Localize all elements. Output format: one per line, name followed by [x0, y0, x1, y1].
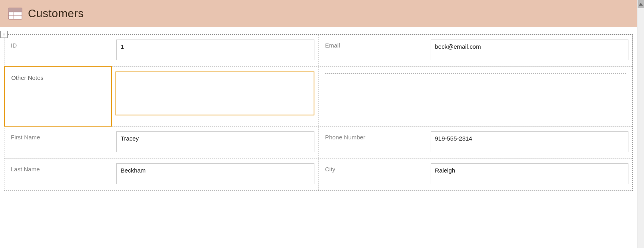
main-content: + ID Email Other N [0, 27, 637, 248]
other-notes-half: Other Notes [4, 67, 318, 126]
email-input[interactable] [431, 40, 629, 60]
record-container: + ID Email Other N [4, 34, 633, 191]
scrollbar[interactable] [637, 0, 644, 248]
city-label: City [319, 159, 427, 190]
phone-value-container [427, 127, 633, 158]
id-input[interactable] [116, 40, 314, 60]
id-value-container [112, 35, 318, 66]
email-label: Email [319, 35, 427, 66]
email-value-container [427, 35, 633, 66]
phone-label: Phone Number [319, 127, 427, 158]
scrollbar-track[interactable] [638, 8, 644, 248]
lastname-input[interactable] [116, 163, 314, 184]
firstname-input[interactable] [116, 131, 314, 152]
other-notes-input[interactable] [115, 71, 314, 115]
form-row-lastname-city: Last Name City [4, 159, 632, 190]
notes-right-dashed-area [325, 73, 626, 74]
firstname-half: First Name [4, 127, 318, 158]
id-half: ID [4, 35, 318, 66]
page-title: Customers [28, 7, 84, 20]
firstname-label: First Name [4, 127, 112, 158]
table-icon [8, 8, 22, 20]
app-header: Customers [0, 0, 644, 27]
form-area: + ID Email Other N [0, 27, 637, 191]
other-notes-right-half [318, 67, 633, 126]
lastname-value-container [112, 159, 318, 190]
form-row-firstname-phone: First Name Phone Number [4, 127, 632, 159]
lastname-half: Last Name [4, 159, 318, 190]
city-half: City [318, 159, 633, 190]
form-row-other-notes: Other Notes [4, 67, 632, 127]
firstname-value-container [112, 127, 318, 158]
city-value-container [427, 159, 633, 190]
other-notes-label: Other Notes [4, 66, 112, 127]
id-label: ID [4, 35, 112, 66]
phone-input[interactable] [431, 131, 629, 152]
other-notes-value-container [111, 67, 318, 126]
arrow-up-icon [639, 3, 643, 6]
phone-half: Phone Number [318, 127, 633, 158]
city-input[interactable] [431, 163, 629, 184]
svg-rect-1 [8, 8, 22, 12]
lastname-label: Last Name [4, 159, 112, 190]
email-half: Email [318, 35, 633, 66]
expand-icon[interactable]: + [0, 31, 8, 38]
scroll-up-button[interactable] [638, 0, 644, 8]
form-row-id-email: ID Email [4, 35, 632, 67]
